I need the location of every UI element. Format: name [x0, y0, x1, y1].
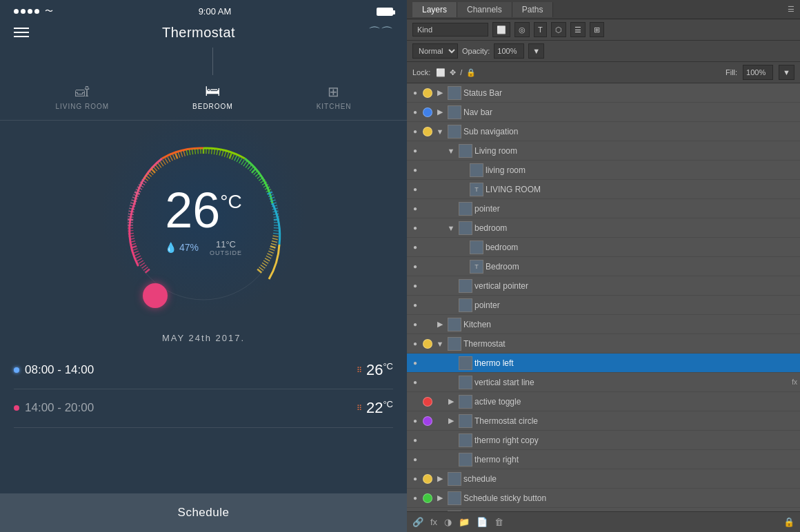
- eye-icon-l13[interactable]: ●: [410, 319, 421, 330]
- new-group-icon[interactable]: 📁: [459, 517, 470, 527]
- eye-icon-l20[interactable]: ●: [410, 454, 421, 465]
- collapse-icon-l3[interactable]: ▼: [434, 127, 446, 136]
- eye-icon-l21[interactable]: ●: [410, 473, 421, 484]
- eye-icon-l6[interactable]: ●: [410, 184, 421, 195]
- layer-item-l3[interactable]: ● ▼ Sub navigation: [407, 122, 800, 141]
- collapse-icon-l2[interactable]: ▶: [434, 108, 446, 116]
- active-toggle[interactable]: [143, 283, 168, 308]
- layer-color-l10: [423, 262, 432, 272]
- svg-line-121: [257, 269, 261, 273]
- layer-item-l17[interactable]: ▶ active toggle: [407, 392, 800, 411]
- layer-item-l5[interactable]: ● living room: [407, 161, 800, 180]
- link-icon[interactable]: 🔗: [412, 517, 423, 527]
- schedule-temp-1: 26°C: [366, 361, 393, 379]
- filter-smart-button[interactable]: ☰: [570, 22, 586, 37]
- lock-art-icon[interactable]: /: [460, 68, 462, 77]
- filter-adjustment-button[interactable]: ◎: [514, 22, 530, 37]
- eye-icon-l22[interactable]: ●: [410, 493, 421, 504]
- lock-pixels-icon[interactable]: ⬜: [436, 68, 446, 77]
- eye-icon-l1[interactable]: ●: [410, 88, 421, 99]
- sidebar-item-bedroom[interactable]: 🛏 BEDROOM: [192, 48, 233, 110]
- sidebar-item-kitchen[interactable]: ⊞ KITCHEN: [317, 83, 352, 110]
- eye-icon-l15[interactable]: ●: [410, 358, 421, 369]
- svg-line-2: [143, 267, 148, 271]
- layer-item-l8[interactable]: ● ▼ bedroom: [407, 218, 800, 238]
- schedule-item-1[interactable]: 08:00 - 14:00 ⠿ 26°C: [14, 351, 393, 389]
- opacity-input[interactable]: [494, 43, 524, 59]
- thermostat-circle[interactable]: /* generated in JS below */ 26 °C 💧 47% …: [114, 134, 293, 314]
- collapse-icon-l8[interactable]: ▼: [446, 224, 457, 232]
- layer-item-l20[interactable]: ● thermo right: [407, 450, 800, 469]
- layer-search-input[interactable]: [412, 23, 488, 37]
- collapse-icon-l13[interactable]: ▶: [434, 320, 446, 329]
- eye-icon-l16[interactable]: ●: [410, 377, 421, 388]
- sidebar-item-living-room[interactable]: 🛋 LIVING ROOM: [55, 84, 109, 110]
- schedule-button[interactable]: Schedule: [0, 493, 407, 532]
- opacity-arrow[interactable]: ▼: [528, 43, 544, 59]
- collapse-icon-l14[interactable]: ▼: [434, 340, 446, 348]
- fill-arrow[interactable]: ▼: [779, 65, 794, 80]
- adjustment-icon[interactable]: ◑: [444, 517, 452, 527]
- layer-item-l10[interactable]: ● T Bedroom: [407, 257, 800, 276]
- filter-pixel-button[interactable]: ⬜: [492, 22, 510, 37]
- lock-bg-icon[interactable]: 🔒: [783, 517, 794, 527]
- collapse-icon-l18[interactable]: ▶: [446, 416, 457, 425]
- panel-menu-button[interactable]: ☰: [788, 5, 794, 14]
- eye-icon-l11[interactable]: ●: [410, 280, 421, 291]
- layer-item-l22[interactable]: ● ▶ Schedule sticky button: [407, 489, 800, 508]
- layer-item-l12[interactable]: ● pointer: [407, 296, 800, 315]
- eye-icon-l17[interactable]: [410, 396, 421, 407]
- blend-mode-select[interactable]: Normal: [412, 43, 458, 59]
- eye-icon-l9[interactable]: ●: [410, 242, 421, 253]
- eye-icon-l10[interactable]: ●: [410, 261, 421, 272]
- layer-name-l19: thermo right copy: [474, 436, 797, 445]
- collapse-icon-l17[interactable]: ▶: [446, 397, 457, 406]
- eye-icon-l12[interactable]: ●: [410, 300, 421, 311]
- tab-paths[interactable]: Paths: [512, 2, 554, 17]
- filter-toggle-button[interactable]: ⊞: [590, 22, 604, 37]
- layer-name-l18: Thermostat circle: [474, 416, 797, 426]
- layer-item-l9[interactable]: ● bedroom: [407, 238, 800, 257]
- eye-icon-l5[interactable]: ●: [410, 165, 421, 176]
- eye-icon-l19[interactable]: ●: [410, 435, 421, 446]
- layer-item-l14[interactable]: ● ▼ Thermostat: [407, 334, 800, 354]
- filter-text-button[interactable]: T: [534, 22, 547, 37]
- layer-item-l1[interactable]: ● ▶ Status Bar: [407, 83, 800, 103]
- lock-all-icon[interactable]: 🔒: [466, 68, 476, 77]
- layer-item-l21[interactable]: ● ▶ schedule: [407, 469, 800, 489]
- eye-icon-l7[interactable]: ●: [410, 203, 421, 214]
- layer-item-l6[interactable]: ● T LIVING ROOM: [407, 180, 800, 199]
- network-icon[interactable]: ⌒⌒: [368, 24, 393, 41]
- fill-input[interactable]: [743, 65, 773, 80]
- eye-icon-l18[interactable]: ●: [410, 416, 421, 427]
- eye-icon-l4[interactable]: ●: [410, 145, 421, 156]
- layer-item-l16[interactable]: ● vertical start line fx: [407, 373, 800, 392]
- layer-item-l18[interactable]: ● ▶ Thermostat circle: [407, 411, 800, 431]
- schedule-time-1: 08:00 - 14:00: [25, 363, 94, 377]
- schedule-item-2[interactable]: 14:00 - 20:00 ⠿ 22°C: [14, 389, 393, 427]
- delete-icon[interactable]: 🗑: [494, 517, 503, 527]
- lock-position-icon[interactable]: ✥: [450, 68, 456, 77]
- layer-item-l19[interactable]: ● thermo right copy: [407, 431, 800, 450]
- eye-icon-l2[interactable]: ●: [410, 107, 421, 118]
- layer-item-l2[interactable]: ● ▶ Nav bar: [407, 103, 800, 122]
- layer-item-l4[interactable]: ● ▼ Living room: [407, 141, 800, 161]
- new-layer-icon[interactable]: 📄: [477, 517, 488, 527]
- filter-shape-button[interactable]: ⬡: [551, 22, 566, 37]
- collapse-icon-l21[interactable]: ▶: [434, 474, 446, 483]
- fx-icon[interactable]: fx: [430, 517, 437, 527]
- tab-layers[interactable]: Layers: [412, 2, 457, 17]
- collapse-icon-l4[interactable]: ▼: [446, 147, 457, 155]
- eye-icon-l8[interactable]: ●: [410, 223, 421, 234]
- layer-item-l11[interactable]: ● vertical pointer: [407, 276, 800, 296]
- eye-icon-l14[interactable]: ●: [410, 338, 421, 349]
- collapse-icon-l1[interactable]: ▶: [434, 88, 446, 97]
- eye-icon-l3[interactable]: ●: [410, 126, 421, 137]
- layer-name-l3: Sub navigation: [463, 127, 797, 136]
- layer-item-l7[interactable]: ● pointer: [407, 199, 800, 218]
- hamburger-menu[interactable]: [14, 28, 29, 37]
- tab-channels[interactable]: Channels: [457, 2, 512, 17]
- layer-item-l15[interactable]: ● thermo left: [407, 354, 800, 373]
- collapse-icon-l22[interactable]: ▶: [434, 493, 446, 502]
- layer-item-l13[interactable]: ● ▶ Kitchen: [407, 315, 800, 334]
